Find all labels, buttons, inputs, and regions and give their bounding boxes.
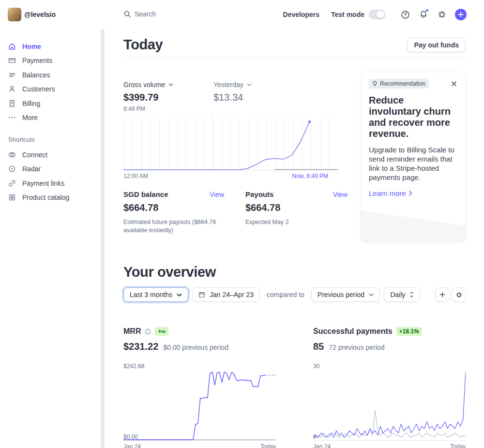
decorative-wedge — [361, 210, 466, 241]
payments-ymax-label: 30 — [313, 363, 319, 370]
sidebar-item-label: Customers — [22, 85, 55, 93]
sidebar-item-label: Product catalog — [22, 194, 69, 201]
mrr-x-axis: Jan 24 Today — [123, 443, 276, 448]
yesterday-label: Yesterday — [213, 81, 243, 89]
up-down-chevron-icon — [409, 292, 414, 298]
gross-volume-chart[interactable] — [123, 116, 338, 170]
sidebar-item-connect[interactable]: Connect — [0, 148, 101, 162]
pay-out-funds-button[interactable]: Pay out funds — [407, 38, 466, 52]
recommendation-card: Recommendation Reduce involuntary churn … — [361, 72, 466, 242]
toggle-knob — [377, 11, 384, 18]
search-label: Search — [135, 10, 156, 18]
sidebar-item-product-catalog[interactable]: Product catalog — [0, 191, 101, 205]
create-button[interactable] — [455, 9, 467, 20]
sidebar-item-more[interactable]: More — [0, 111, 101, 125]
mrr-ymax-label: $242.68 — [123, 363, 144, 370]
sidebar-item-label: Connect — [22, 151, 47, 159]
payouts-note: Expected May 2 — [245, 218, 342, 226]
top-bar-actions: Developers Test mode ? — [283, 0, 467, 29]
mrr-chart[interactable] — [123, 370, 276, 441]
close-icon[interactable] — [450, 80, 458, 88]
connect-icon — [8, 151, 16, 159]
calendar-icon — [198, 291, 205, 298]
payments-ymin-label: 0 — [313, 433, 317, 440]
add-chart-button[interactable] — [435, 287, 450, 302]
compared-to-label: compared to — [267, 291, 304, 299]
chevron-down-icon — [369, 293, 374, 296]
sidebar-item-balances[interactable]: Balances — [0, 68, 101, 82]
overview-toolbar — [435, 287, 466, 302]
top-bar: @levelsio Search Developers Test mode ? — [0, 0, 484, 29]
chevron-down-icon — [177, 293, 182, 297]
date-picker-button[interactable]: Jan 24–Apr 23 — [192, 287, 260, 302]
notifications-button[interactable] — [416, 7, 431, 22]
gross-volume-x-axis: 12:00 AM Now, 8:49 PM — [123, 173, 338, 179]
divider — [123, 58, 466, 58]
search-input[interactable]: Search — [123, 10, 156, 18]
overview-settings-button[interactable] — [452, 287, 466, 302]
mrr-title: MRR — [123, 327, 141, 336]
sgd-balance-label: SGD balance — [123, 190, 168, 198]
date-range-select-label: Last 3 months — [130, 291, 172, 299]
sidebar-item-label: Home — [22, 43, 41, 50]
shortcuts-heading: Shortcuts — [0, 125, 101, 148]
sidebar-scrollbar[interactable] — [101, 29, 105, 448]
overview-title: Your overview — [123, 264, 216, 280]
mrr-change-badge: +∞ — [155, 327, 168, 336]
payouts-label: Payouts — [245, 190, 273, 198]
sidebar-item-label: Billing — [22, 100, 40, 107]
sidebar-item-payments[interactable]: Payments — [0, 54, 101, 68]
sidebar-item-label: Radar — [22, 165, 41, 173]
sidebar-item-customers[interactable]: Customers — [0, 82, 101, 97]
mrr-previous: $0.00 previous period — [163, 343, 228, 351]
x-axis-now-label: Now, 8:49 PM — [292, 173, 328, 179]
sidebar-item-billing[interactable]: Billing — [0, 96, 101, 111]
customers-icon — [8, 85, 16, 93]
gross-volume-selector[interactable]: Gross volume — [123, 81, 173, 89]
gross-volume-label: Gross volume — [123, 81, 165, 89]
recommendation-title: Reduce involuntary churn and recover mor… — [369, 95, 458, 139]
learn-more-link[interactable]: Learn more — [369, 189, 458, 197]
compare-select[interactable]: Previous period — [311, 287, 380, 302]
date-range-select[interactable]: Last 3 months — [123, 287, 188, 302]
payouts-view-link[interactable]: View — [333, 191, 348, 198]
payouts-value: $664.78 — [245, 202, 348, 213]
sidebar-item-payment-links[interactable]: Payment links — [0, 176, 101, 191]
mrr-ymin-label: $0.00 — [123, 433, 138, 440]
successful-payments-card: Successful payments +18.1% 85 72 previou… — [313, 327, 466, 352]
compare-period-selector[interactable]: Yesterday — [213, 81, 252, 89]
successful-payments-chart[interactable] — [313, 370, 466, 441]
payments-icon — [8, 57, 16, 64]
sidebar: Home Payments Balances Customers Billing… — [0, 29, 101, 448]
interval-select[interactable]: Daily — [384, 287, 420, 302]
page-title: Today — [123, 37, 163, 53]
help-button[interactable]: ? — [398, 7, 412, 22]
settings-button[interactable] — [435, 7, 449, 22]
x-axis-start-label: Jan 24 — [123, 443, 141, 448]
overview-filters: Last 3 months Jan 24–Apr 23 compared to … — [123, 287, 420, 302]
billing-icon — [8, 100, 16, 107]
avatar[interactable] — [8, 8, 21, 21]
x-axis-end-label: Today — [450, 443, 466, 448]
learn-more-label: Learn more — [369, 189, 406, 197]
test-mode-toggle[interactable] — [369, 10, 385, 19]
info-icon[interactable] — [145, 329, 151, 335]
yesterday-value: $13.34 — [213, 92, 243, 103]
mrr-chart-svg — [123, 370, 276, 440]
account-name[interactable]: @levelsio — [24, 11, 56, 18]
sgd-balance-view-link[interactable]: View — [210, 191, 224, 198]
stripe-dashboard: @levelsio Search Developers Test mode ? — [0, 0, 484, 448]
chevron-down-icon — [168, 83, 173, 86]
sidebar-item-radar[interactable]: Radar — [0, 162, 101, 177]
sidebar-item-home[interactable]: Home — [0, 39, 101, 54]
product-catalog-icon — [8, 194, 16, 201]
sidebar-item-label: Payments — [22, 57, 52, 64]
notification-dot — [425, 9, 429, 12]
gross-volume-time: 8:49 PM — [123, 105, 145, 112]
sidebar-item-label: Balances — [22, 71, 50, 79]
radar-icon — [8, 165, 16, 173]
payments-x-axis: Jan 24 Today — [313, 443, 466, 448]
developers-link[interactable]: Developers — [283, 11, 319, 18]
gross-volume-chart-svg — [123, 116, 338, 170]
recommendation-body: Upgrade to Billing Scale to send reminde… — [369, 145, 458, 182]
